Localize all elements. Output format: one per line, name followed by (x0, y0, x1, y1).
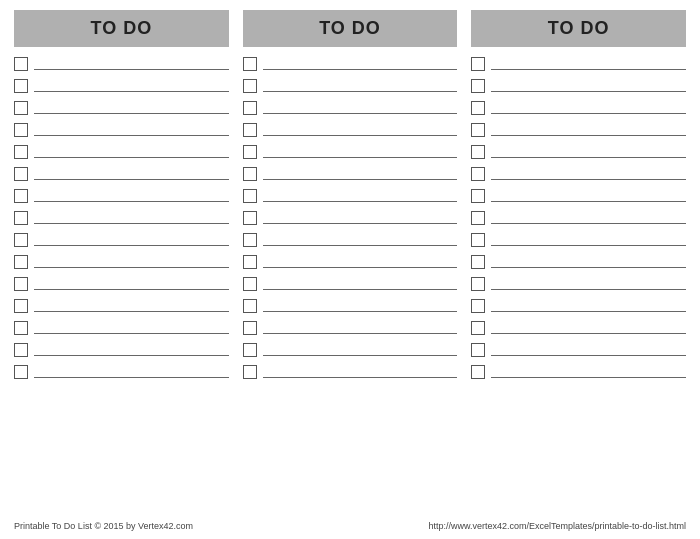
todo-item (471, 363, 686, 381)
checkbox-icon[interactable] (471, 57, 485, 71)
todo-item (243, 253, 458, 271)
checkbox-icon[interactable] (14, 145, 28, 159)
checkbox-icon[interactable] (243, 233, 257, 247)
todo-item (14, 275, 229, 293)
todo-item (14, 121, 229, 139)
todo-item (471, 187, 686, 205)
page-wrapper: TO DO TO DO TO DO Printable To Do List ©… (0, 0, 700, 539)
checkbox-icon[interactable] (14, 211, 28, 225)
checkbox-icon[interactable] (243, 255, 257, 269)
checkbox-icon[interactable] (14, 343, 28, 357)
checkbox-icon[interactable] (471, 321, 485, 335)
todo-item (14, 209, 229, 227)
checkbox-icon[interactable] (243, 277, 257, 291)
todo-line (263, 122, 458, 136)
checkbox-icon[interactable] (14, 233, 28, 247)
todo-item (243, 363, 458, 381)
todo-item (471, 209, 686, 227)
todo-item (14, 363, 229, 381)
checkbox-icon[interactable] (14, 79, 28, 93)
checkbox-icon[interactable] (14, 123, 28, 137)
todo-line (34, 276, 229, 290)
checkbox-icon[interactable] (471, 255, 485, 269)
todo-item (14, 231, 229, 249)
checkbox-icon[interactable] (243, 299, 257, 313)
todo-line (263, 298, 458, 312)
todo-item (14, 55, 229, 73)
todo-line (491, 320, 686, 334)
todo-header-2: TO DO (243, 10, 458, 47)
checkbox-icon[interactable] (14, 299, 28, 313)
footer-left: Printable To Do List © 2015 by Vertex42.… (14, 521, 193, 531)
checkbox-icon[interactable] (243, 123, 257, 137)
checkbox-icon[interactable] (14, 189, 28, 203)
checkbox-icon[interactable] (471, 145, 485, 159)
checkbox-icon[interactable] (243, 79, 257, 93)
todo-line (34, 298, 229, 312)
checkbox-icon[interactable] (471, 101, 485, 115)
checkbox-icon[interactable] (14, 167, 28, 181)
checkbox-icon[interactable] (243, 101, 257, 115)
checkbox-icon[interactable] (471, 233, 485, 247)
checkbox-icon[interactable] (243, 189, 257, 203)
todo-line (34, 56, 229, 70)
checkbox-icon[interactable] (243, 211, 257, 225)
todo-line (34, 78, 229, 92)
checkbox-icon[interactable] (243, 321, 257, 335)
checkbox-icon[interactable] (14, 321, 28, 335)
todo-item (243, 121, 458, 139)
checkbox-icon[interactable] (14, 365, 28, 379)
checkbox-icon[interactable] (14, 277, 28, 291)
checkbox-icon[interactable] (471, 211, 485, 225)
todo-item (243, 319, 458, 337)
checkbox-icon[interactable] (471, 189, 485, 203)
todo-item (471, 231, 686, 249)
todo-line (491, 276, 686, 290)
todo-line (263, 342, 458, 356)
checkbox-icon[interactable] (471, 299, 485, 313)
checkbox-icon[interactable] (471, 277, 485, 291)
checkbox-icon[interactable] (14, 101, 28, 115)
todo-items-2 (243, 55, 458, 517)
todo-line (263, 166, 458, 180)
todo-line (491, 298, 686, 312)
checkbox-icon[interactable] (471, 79, 485, 93)
todo-line (34, 364, 229, 378)
todo-line (491, 188, 686, 202)
todo-line (263, 364, 458, 378)
checkbox-icon[interactable] (471, 343, 485, 357)
checkbox-icon[interactable] (14, 57, 28, 71)
todo-item (471, 55, 686, 73)
checkbox-icon[interactable] (14, 255, 28, 269)
todo-item (14, 253, 229, 271)
todo-items-3 (471, 55, 686, 517)
todo-item (243, 143, 458, 161)
todo-line (491, 100, 686, 114)
todo-item (471, 297, 686, 315)
todo-line (34, 100, 229, 114)
todo-line (491, 144, 686, 158)
checkbox-icon[interactable] (471, 365, 485, 379)
todo-line (263, 100, 458, 114)
todo-item (243, 231, 458, 249)
todo-line (263, 144, 458, 158)
todo-column-3: TO DO (471, 10, 686, 517)
checkbox-icon[interactable] (243, 343, 257, 357)
todo-item (243, 275, 458, 293)
todo-line (34, 188, 229, 202)
todo-item (471, 121, 686, 139)
todo-item (243, 297, 458, 315)
todo-header-1: TO DO (14, 10, 229, 47)
todo-line (491, 232, 686, 246)
todo-item (471, 77, 686, 95)
checkbox-icon[interactable] (243, 167, 257, 181)
todo-column-1: TO DO (14, 10, 229, 517)
todo-line (491, 210, 686, 224)
checkbox-icon[interactable] (471, 123, 485, 137)
checkbox-icon[interactable] (471, 167, 485, 181)
checkbox-icon[interactable] (243, 145, 257, 159)
todo-header-3: TO DO (471, 10, 686, 47)
checkbox-icon[interactable] (243, 365, 257, 379)
checkbox-icon[interactable] (243, 57, 257, 71)
todo-item (471, 275, 686, 293)
